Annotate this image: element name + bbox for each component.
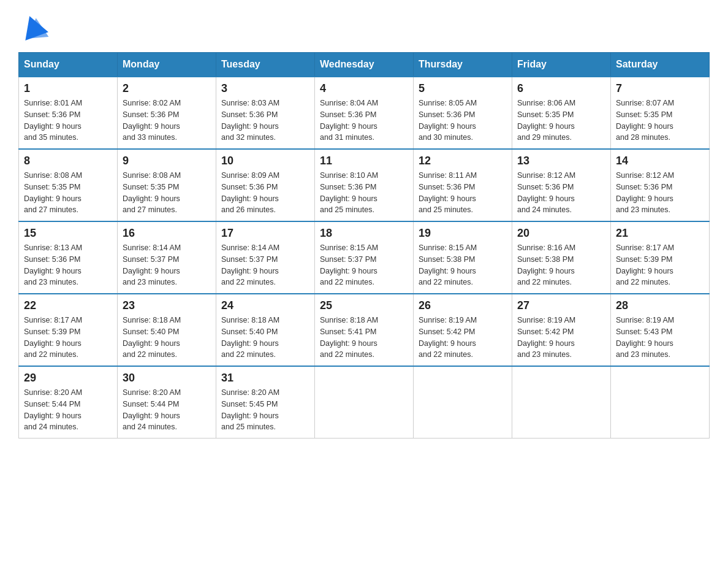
day-info: Sunrise: 8:19 AM Sunset: 5:43 PM Dayligh… [616,316,674,359]
logo [18,12,49,43]
day-info: Sunrise: 8:19 AM Sunset: 5:42 PM Dayligh… [517,316,575,359]
calendar-day-cell: 11 Sunrise: 8:10 AM Sunset: 5:36 PM Dayl… [315,149,414,221]
day-info: Sunrise: 8:18 AM Sunset: 5:40 PM Dayligh… [123,316,181,359]
calendar-day-cell [315,366,414,439]
calendar-week-row: 15 Sunrise: 8:13 AM Sunset: 5:36 PM Dayl… [19,221,710,294]
day-number: 15 [24,227,112,240]
day-of-week-header: Thursday [414,53,512,77]
day-number: 14 [616,155,704,167]
day-number: 12 [419,155,507,167]
day-info: Sunrise: 8:16 AM Sunset: 5:38 PM Dayligh… [517,243,575,286]
calendar-day-cell: 15 Sunrise: 8:13 AM Sunset: 5:36 PM Dayl… [19,221,118,294]
day-number: 16 [123,227,211,240]
day-number: 7 [616,82,704,95]
day-number: 23 [123,299,211,312]
day-info: Sunrise: 8:17 AM Sunset: 5:39 PM Dayligh… [24,316,82,359]
calendar-day-cell: 27 Sunrise: 8:19 AM Sunset: 5:42 PM Dayl… [512,294,611,366]
day-number: 10 [221,155,309,167]
day-info: Sunrise: 8:02 AM Sunset: 5:36 PM Dayligh… [123,99,181,142]
day-number: 6 [517,82,605,95]
calendar-day-cell: 23 Sunrise: 8:18 AM Sunset: 5:40 PM Dayl… [118,294,216,366]
day-number: 22 [24,299,112,312]
day-info: Sunrise: 8:15 AM Sunset: 5:38 PM Dayligh… [419,243,477,286]
day-info: Sunrise: 8:18 AM Sunset: 5:41 PM Dayligh… [320,316,378,359]
calendar-table: SundayMondayTuesdayWednesdayThursdayFrid… [18,52,710,439]
day-info: Sunrise: 8:08 AM Sunset: 5:35 PM Dayligh… [123,171,181,214]
calendar-day-cell: 30 Sunrise: 8:20 AM Sunset: 5:44 PM Dayl… [118,366,216,439]
day-info: Sunrise: 8:08 AM Sunset: 5:35 PM Dayligh… [24,171,82,214]
day-info: Sunrise: 8:17 AM Sunset: 5:39 PM Dayligh… [616,243,674,286]
day-number: 24 [221,299,309,312]
calendar-day-cell: 3 Sunrise: 8:03 AM Sunset: 5:36 PM Dayli… [216,77,315,149]
day-of-week-header: Tuesday [216,53,315,77]
day-number: 8 [24,155,112,167]
day-number: 5 [419,82,507,95]
day-number: 21 [616,227,704,240]
calendar-day-cell: 31 Sunrise: 8:20 AM Sunset: 5:45 PM Dayl… [216,366,315,439]
day-info: Sunrise: 8:14 AM Sunset: 5:37 PM Dayligh… [123,243,181,286]
calendar-day-cell: 18 Sunrise: 8:15 AM Sunset: 5:37 PM Dayl… [315,221,414,294]
calendar-day-cell: 13 Sunrise: 8:12 AM Sunset: 5:36 PM Dayl… [512,149,611,221]
calendar-day-cell [512,366,611,439]
day-number: 19 [419,227,507,240]
calendar-header-row: SundayMondayTuesdayWednesdayThursdayFrid… [19,53,710,77]
day-info: Sunrise: 8:14 AM Sunset: 5:37 PM Dayligh… [221,243,279,286]
calendar-day-cell: 12 Sunrise: 8:11 AM Sunset: 5:36 PM Dayl… [414,149,512,221]
day-info: Sunrise: 8:11 AM Sunset: 5:36 PM Dayligh… [419,171,477,214]
day-info: Sunrise: 8:19 AM Sunset: 5:42 PM Dayligh… [419,316,477,359]
day-info: Sunrise: 8:20 AM Sunset: 5:44 PM Dayligh… [24,388,82,431]
day-number: 27 [517,299,605,312]
calendar-day-cell: 24 Sunrise: 8:18 AM Sunset: 5:40 PM Dayl… [216,294,315,366]
calendar-day-cell: 14 Sunrise: 8:12 AM Sunset: 5:36 PM Dayl… [611,149,710,221]
day-info: Sunrise: 8:01 AM Sunset: 5:36 PM Dayligh… [24,99,82,142]
calendar-day-cell: 16 Sunrise: 8:14 AM Sunset: 5:37 PM Dayl… [118,221,216,294]
calendar-week-row: 22 Sunrise: 8:17 AM Sunset: 5:39 PM Dayl… [19,294,710,366]
calendar-week-row: 1 Sunrise: 8:01 AM Sunset: 5:36 PM Dayli… [19,77,710,149]
day-info: Sunrise: 8:12 AM Sunset: 5:36 PM Dayligh… [616,171,674,214]
day-number: 1 [24,82,112,95]
calendar-day-cell: 4 Sunrise: 8:04 AM Sunset: 5:36 PM Dayli… [315,77,414,149]
day-info: Sunrise: 8:09 AM Sunset: 5:36 PM Dayligh… [221,171,279,214]
day-number: 17 [221,227,309,240]
day-number: 13 [517,155,605,167]
day-number: 3 [221,82,309,95]
day-info: Sunrise: 8:20 AM Sunset: 5:44 PM Dayligh… [123,388,181,431]
day-info: Sunrise: 8:15 AM Sunset: 5:37 PM Dayligh… [320,243,378,286]
calendar-day-cell: 29 Sunrise: 8:20 AM Sunset: 5:44 PM Dayl… [19,366,118,439]
logo-icon [18,12,49,43]
day-of-week-header: Saturday [611,53,710,77]
calendar-day-cell: 25 Sunrise: 8:18 AM Sunset: 5:41 PM Dayl… [315,294,414,366]
calendar-day-cell: 22 Sunrise: 8:17 AM Sunset: 5:39 PM Dayl… [19,294,118,366]
calendar-day-cell: 26 Sunrise: 8:19 AM Sunset: 5:42 PM Dayl… [414,294,512,366]
day-info: Sunrise: 8:10 AM Sunset: 5:36 PM Dayligh… [320,171,378,214]
day-number: 30 [123,372,211,385]
day-number: 28 [616,299,704,312]
day-number: 18 [320,227,408,240]
day-number: 4 [320,82,408,95]
day-of-week-header: Wednesday [315,53,414,77]
day-number: 9 [123,155,211,167]
calendar-day-cell [611,366,710,439]
calendar-day-cell: 5 Sunrise: 8:05 AM Sunset: 5:36 PM Dayli… [414,77,512,149]
calendar-week-row: 8 Sunrise: 8:08 AM Sunset: 5:35 PM Dayli… [19,149,710,221]
calendar-day-cell: 19 Sunrise: 8:15 AM Sunset: 5:38 PM Dayl… [414,221,512,294]
day-info: Sunrise: 8:20 AM Sunset: 5:45 PM Dayligh… [221,388,279,431]
day-info: Sunrise: 8:07 AM Sunset: 5:35 PM Dayligh… [616,99,674,142]
day-info: Sunrise: 8:18 AM Sunset: 5:40 PM Dayligh… [221,316,279,359]
calendar-day-cell: 8 Sunrise: 8:08 AM Sunset: 5:35 PM Dayli… [19,149,118,221]
calendar-day-cell: 21 Sunrise: 8:17 AM Sunset: 5:39 PM Dayl… [611,221,710,294]
calendar-week-row: 29 Sunrise: 8:20 AM Sunset: 5:44 PM Dayl… [19,366,710,439]
calendar-day-cell [414,366,512,439]
day-info: Sunrise: 8:13 AM Sunset: 5:36 PM Dayligh… [24,243,82,286]
day-info: Sunrise: 8:04 AM Sunset: 5:36 PM Dayligh… [320,99,378,142]
day-number: 25 [320,299,408,312]
day-number: 29 [24,372,112,385]
day-info: Sunrise: 8:12 AM Sunset: 5:36 PM Dayligh… [517,171,575,214]
day-of-week-header: Friday [512,53,611,77]
calendar-day-cell: 6 Sunrise: 8:06 AM Sunset: 5:35 PM Dayli… [512,77,611,149]
page-header [18,12,710,43]
day-of-week-header: Sunday [19,53,118,77]
calendar-day-cell: 28 Sunrise: 8:19 AM Sunset: 5:43 PM Dayl… [611,294,710,366]
calendar-day-cell: 1 Sunrise: 8:01 AM Sunset: 5:36 PM Dayli… [19,77,118,149]
day-number: 2 [123,82,211,95]
